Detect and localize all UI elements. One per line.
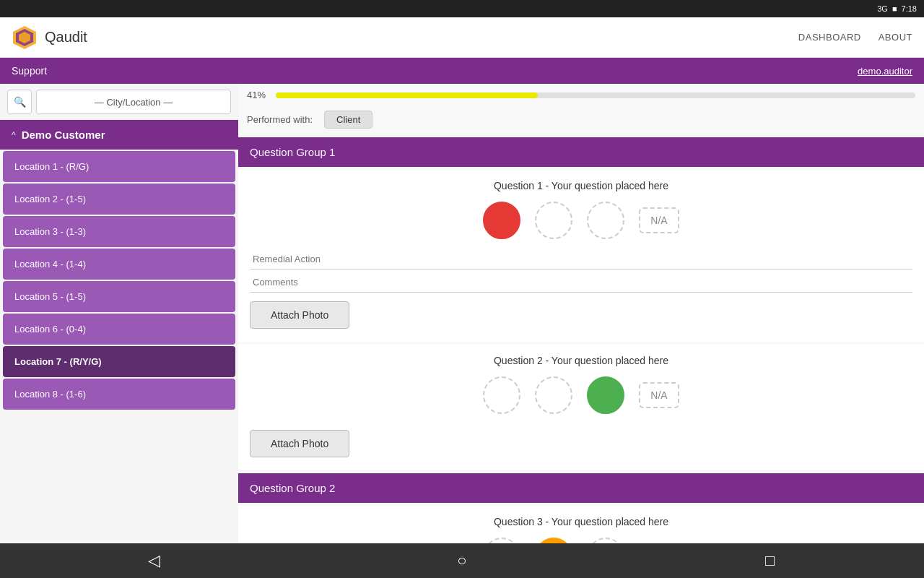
question-group-2-header: Question Group 2 [238,473,924,503]
bottom-nav: ◁ ○ □ [0,543,924,578]
location-item-7[interactable]: Location 7 - (R/Y/G) [3,346,235,377]
location-item-3[interactable]: Location 3 - (1-3) [3,216,235,247]
home-button[interactable]: ○ [440,543,484,578]
q3-option-empty1[interactable] [483,538,520,543]
q3-option-empty2[interactable] [587,538,624,543]
customer-name: Demo Customer [22,129,105,141]
progress-row: 41% [238,84,924,106]
q2-option-green[interactable] [587,376,624,414]
battery-indicator: ■ [892,4,897,13]
status-bar: 3G ■ 7:18 [0,0,924,17]
client-badge[interactable]: Client [324,111,372,129]
question-3-title: Question 3 - Your question placed here [250,516,912,527]
question-1-options: N/A [250,202,912,239]
location-item-5[interactable]: Location 5 - (1-5) [3,281,235,312]
question-group-1-header: Question Group 1 [238,137,924,167]
search-icon: 🔍 [14,96,26,108]
question-1-block: Question 1 - Your question placed here N… [238,170,924,342]
q1-comments[interactable] [250,272,912,293]
q2-option-empty2[interactable] [535,376,572,414]
q1-option-empty1[interactable] [535,202,572,239]
time-display: 7:18 [902,4,917,13]
support-bar: Support demo.auditor [0,58,924,84]
sidebar: 🔍 — City/Location — ^ Demo Customer Loca… [0,84,238,543]
search-button[interactable]: 🔍 [7,90,32,114]
progress-label: 41% [247,90,269,100]
location-list: Location 1 - (R/G)Location 2 - (1-5)Loca… [0,151,238,410]
q1-option-na[interactable]: N/A [639,207,679,233]
city-location-selector[interactable]: — City/Location — [36,90,231,114]
app-logo: Qaudit [12,25,87,51]
main-layout: 🔍 — City/Location — ^ Demo Customer Loca… [0,84,924,543]
app-header: Qaudit DASHBOARD ABOUT [0,17,924,58]
progress-bar-fill [276,92,538,98]
chevron-up-icon: ^ [12,130,16,140]
q1-attach-photo-button[interactable]: Attach Photo [250,301,349,329]
support-label: Support [12,65,47,77]
question-2-title: Question 2 - Your question placed here [250,355,912,366]
app-logo-icon [12,25,38,51]
signal-indicator: 3G [877,4,888,13]
q2-attach-photo-button[interactable]: Attach Photo [250,430,349,457]
question-1-title: Question 1 - Your question placed here [250,180,912,191]
q1-option-red[interactable] [483,202,520,239]
back-button[interactable]: ◁ [132,543,175,578]
question-3-block: Question 3 - Your question placed here N… [238,506,924,543]
header-nav: DASHBOARD ABOUT [798,32,912,43]
location-item-8[interactable]: Location 8 - (1-6) [3,379,235,410]
question-3-options: N/A [250,538,912,543]
location-item-2[interactable]: Location 2 - (1-5) [3,184,235,215]
location-item-1[interactable]: Location 1 - (R/G) [3,151,235,182]
q2-option-na[interactable]: N/A [639,382,679,408]
question-2-options: N/A [250,376,912,414]
dashboard-link[interactable]: DASHBOARD [798,32,861,43]
performed-row: Performed with: Client [238,106,924,137]
location-item-6[interactable]: Location 6 - (0-4) [3,314,235,345]
user-link[interactable]: demo.auditor [858,66,912,77]
q1-remedial-action[interactable] [250,249,912,269]
q2-option-empty1[interactable] [483,376,520,414]
q1-option-empty2[interactable] [587,202,624,239]
customer-header[interactable]: ^ Demo Customer [0,120,238,150]
content-area: 41% Performed with: Client Question Grou… [238,84,924,543]
search-row: 🔍 — City/Location — [0,84,238,120]
progress-bar-container [276,92,915,98]
app-title: Qaudit [45,29,87,46]
about-link[interactable]: ABOUT [879,32,912,43]
performed-with-label: Performed with: [247,114,313,125]
q3-option-yellow[interactable] [535,538,572,543]
location-item-4[interactable]: Location 4 - (1-4) [3,249,235,280]
question-2-block: Question 2 - Your question placed here N… [238,345,924,470]
recents-button[interactable]: □ [749,543,792,578]
